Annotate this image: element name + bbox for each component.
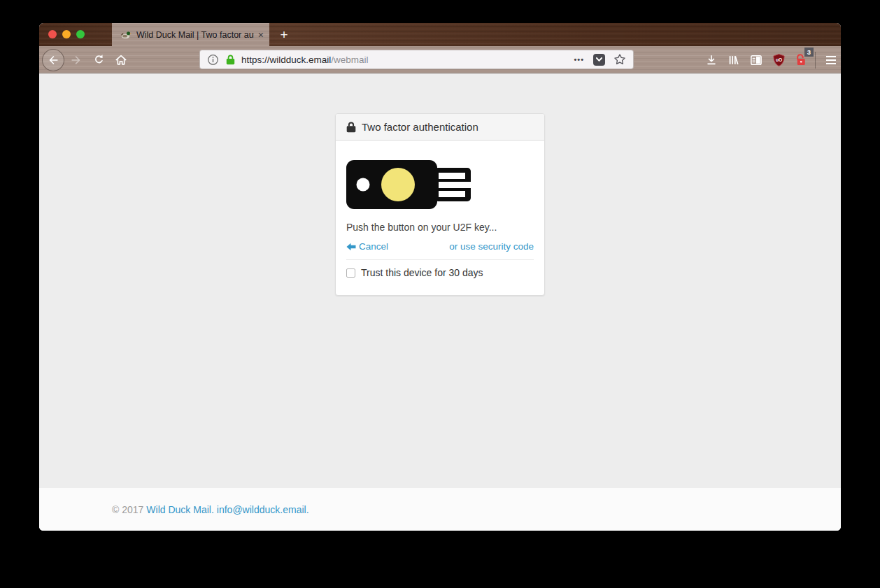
forward-icon	[70, 54, 83, 66]
svg-text:uO: uO	[775, 57, 781, 62]
duck-favicon-icon	[120, 30, 132, 40]
new-tab-button[interactable]: +	[275, 23, 293, 46]
zoom-window-button[interactable]	[76, 30, 85, 38]
sidebar-button[interactable]	[745, 46, 767, 73]
toolbar-separator	[815, 52, 816, 69]
tab-close-icon[interactable]: ×	[258, 30, 264, 40]
two-factor-panel: Two factor authentication Push the butto…	[335, 113, 545, 296]
url-bar[interactable]: https://wildduck.email/webmail •••	[199, 50, 634, 69]
tab-bar: Wild Duck Mail | Two factor authenticati…	[39, 23, 841, 46]
home-icon	[115, 54, 127, 66]
back-icon	[42, 49, 64, 71]
url-path: /webmail	[331, 55, 368, 65]
trust-device-label: Trust this device for 30 days	[361, 267, 483, 278]
menu-button[interactable]	[820, 46, 841, 73]
url-text[interactable]: https://wildduck.email/webmail	[241, 55, 574, 65]
panel-header: Two factor authentication	[336, 114, 544, 141]
trust-device-checkbox[interactable]	[346, 268, 355, 278]
browser-window: Wild Duck Mail | Two factor authenticati…	[39, 23, 841, 531]
home-button[interactable]	[110, 46, 132, 73]
pocket-icon[interactable]	[593, 54, 605, 66]
extension-badge: 3	[804, 48, 814, 57]
download-icon	[705, 54, 718, 66]
close-window-button[interactable]	[48, 30, 57, 38]
ublock-shield-icon: uO	[772, 53, 786, 67]
tab-title: Wild Duck Mail | Two factor authenticati…	[136, 30, 254, 40]
panel-body: Push the button on your U2F key... Cance…	[336, 141, 544, 295]
use-security-code-link[interactable]: or use security code	[449, 241, 534, 252]
downloads-button[interactable]	[700, 46, 723, 73]
page-viewport: Two factor authentication Push the butto…	[39, 73, 841, 531]
hamburger-icon	[825, 55, 837, 65]
navigation-toolbar: https://wildduck.email/webmail •••	[39, 46, 841, 73]
window-controls	[48, 30, 85, 38]
ublock-origin-button[interactable]: uO	[767, 46, 790, 73]
site-link[interactable]: Wild Duck Mail.	[146, 504, 213, 515]
page-info-icon[interactable]	[207, 54, 219, 66]
forward-button[interactable]	[65, 46, 87, 73]
browser-tab[interactable]: Wild Duck Mail | Two factor authenticati…	[112, 23, 269, 46]
sidebar-icon	[750, 55, 762, 66]
bookmark-star-icon[interactable]	[613, 53, 626, 66]
url-host: https://wildduck.email	[241, 55, 331, 65]
trust-device-option[interactable]: Trust this device for 30 days	[346, 267, 534, 278]
arrow-left-icon	[346, 243, 356, 251]
minimize-window-button[interactable]	[62, 30, 71, 38]
panel-title: Two factor authentication	[362, 121, 478, 133]
cancel-link[interactable]: Cancel	[346, 241, 388, 252]
u2f-key-image	[346, 160, 471, 209]
reload-icon	[93, 54, 105, 66]
library-button[interactable]	[723, 46, 745, 73]
https-lock-icon[interactable]	[226, 55, 235, 65]
site-footer: © 2017 Wild Duck Mail. info@wildduck.ema…	[39, 488, 841, 531]
lock-icon	[346, 122, 356, 133]
divider	[346, 259, 534, 260]
toolbar-right-icons: uO 3	[700, 46, 841, 73]
copyright-text: © 2017	[112, 504, 143, 515]
u2f-instruction-text: Push the button on your U2F key...	[346, 222, 534, 233]
privacy-lock-extension-button[interactable]: 3	[790, 46, 812, 73]
email-link[interactable]: info@wildduck.email.	[217, 504, 309, 515]
library-icon	[728, 54, 740, 66]
links-row: Cancel or use security code	[346, 241, 534, 252]
reload-button[interactable]	[87, 46, 110, 73]
back-button[interactable]	[42, 46, 64, 73]
page-actions-icon[interactable]: •••	[574, 55, 584, 64]
